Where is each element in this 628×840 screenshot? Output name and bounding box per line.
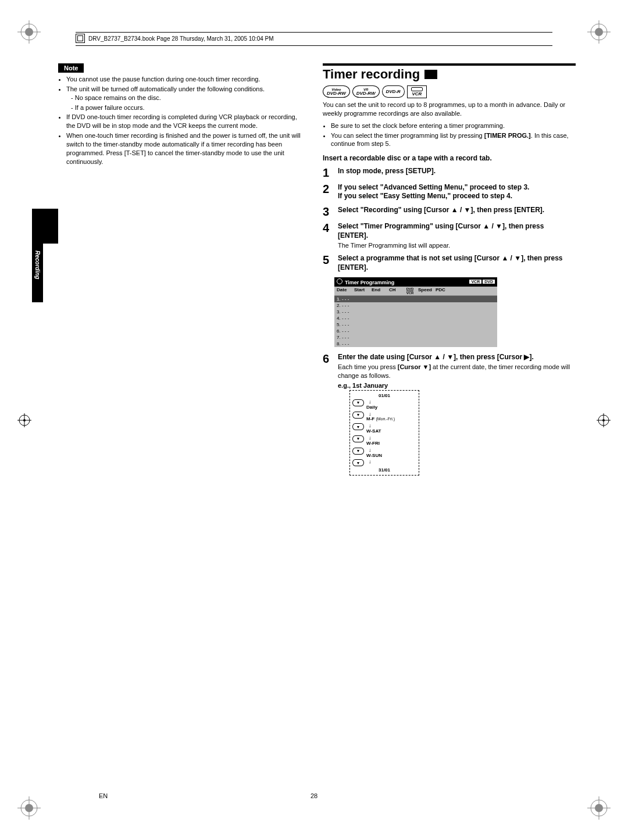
- step-text: If you select "Advanced Setting Menu," p…: [338, 183, 576, 192]
- step-text: In stop mode, press [SETUP].: [338, 167, 576, 176]
- tag-vcr: VCR: [469, 280, 481, 284]
- cursor-down-icon: ▼: [352, 435, 364, 442]
- step-number: 6: [323, 353, 333, 476]
- table-row: 6. - - -: [334, 328, 497, 334]
- note-sub-item: No space remains on the disc.: [71, 94, 305, 102]
- section-marker: [32, 209, 58, 244]
- tag-dvd: DVD: [483, 280, 495, 284]
- step-3: 3 Select "Recording" using [Cursor ▲ / ▼…: [323, 206, 576, 217]
- step-6: 6 Enter the date using [Cursor ▲ / ▼], t…: [323, 353, 576, 476]
- lang-code: EN: [99, 792, 108, 799]
- table-row: 2. - - -: [334, 302, 497, 309]
- preliminary-step: Insert a recordable disc or a tape with …: [323, 154, 576, 163]
- note-item: You cannot use the pause function during…: [66, 75, 305, 84]
- book-header-text: DRV_B2737_B2734.book Page 28 Thursday, M…: [88, 35, 274, 42]
- crop-mark-icon: [587, 20, 611, 44]
- step-number: 2: [323, 183, 333, 201]
- example-label: e.g., 1st January: [338, 382, 576, 389]
- intro-bullet: Be sure to set the clock before entering…: [331, 121, 576, 130]
- badge-dvdr: DVD-R: [382, 85, 405, 98]
- intro-text: You can set the unit to record up to 8 p…: [323, 101, 576, 118]
- timer-programming-screen: Timer Programming VCR DVD Date Start End…: [334, 277, 497, 347]
- badge-dvdrw-video: VideoDVD-RW: [323, 85, 350, 98]
- cursor-down-icon: ▼: [352, 459, 364, 466]
- step-text: Select "Timer Programming" using [Cursor…: [338, 222, 576, 240]
- badge-vcr: VCR: [407, 85, 427, 98]
- manual-page: DRV_B2737_B2734.book Page 28 Thursday, M…: [0, 0, 628, 840]
- table-row: 4. - - -: [334, 315, 497, 321]
- cursor-down-icon: ▼: [352, 423, 364, 430]
- book-icon: [76, 34, 85, 43]
- media-badges: VideoDVD-RW VRDVD-RW DVD-R VCR: [323, 85, 576, 98]
- cursor-down-icon: ▼: [352, 448, 364, 455]
- side-mark-icon: [17, 413, 31, 427]
- step-subtext: Each time you press [Cursor ▼] at the cu…: [338, 363, 576, 380]
- section-title: Timer recording: [323, 67, 420, 82]
- svg-point-19: [23, 419, 26, 421]
- cycle-start: 01/01: [352, 393, 416, 398]
- note-sub-item: If a power failure occurs.: [71, 103, 305, 112]
- cursor-down-icon: ▼: [352, 399, 364, 406]
- step-text: Select a programme that is not set using…: [338, 254, 576, 272]
- step-subtext: The Timer Programming list will appear.: [338, 241, 576, 249]
- crop-mark-icon: [587, 796, 611, 820]
- svg-point-23: [602, 419, 605, 421]
- side-mark-icon: [597, 413, 611, 427]
- step-number: 4: [323, 222, 333, 249]
- cycle-end: 31/01: [352, 467, 416, 473]
- section-title-marker-icon: [424, 70, 437, 79]
- step-number: 3: [323, 206, 333, 217]
- tape-icon: [411, 87, 423, 91]
- crop-mark-icon: [17, 796, 41, 820]
- note-bullets: You cannot use the pause function during…: [58, 75, 305, 166]
- step-4: 4 Select "Timer Programming" using [Curs…: [323, 222, 576, 249]
- page-footer: EN 28: [0, 792, 628, 799]
- side-tab-recording: Recording: [32, 244, 43, 302]
- note-item: When one-touch timer recording is finish…: [66, 131, 305, 166]
- left-column: Recording Note You cannot use the pause …: [52, 63, 305, 480]
- step-2: 2 If you select "Advanced Setting Menu,"…: [323, 183, 576, 201]
- intro-bullets: Be sure to set the clock before entering…: [323, 121, 576, 149]
- table-header: Date Start End CH DVDVCR Speed PDC: [334, 287, 497, 296]
- step-text: If you select "Easy Setting Menu," proce…: [338, 192, 576, 201]
- table-row: 3. - - -: [334, 309, 497, 315]
- note-label: Note: [58, 63, 84, 73]
- step-text: Select "Recording" using [Cursor ▲ / ▼],…: [338, 206, 576, 215]
- cursor-down-icon: ▼: [352, 412, 364, 419]
- badge-dvdrw-vr: VRDVD-RW: [352, 85, 380, 98]
- crop-mark-icon: [17, 20, 41, 44]
- note-item: The unit will be turned off automaticall…: [66, 85, 305, 112]
- step-number: 1: [323, 167, 333, 178]
- page-number: 28: [311, 792, 317, 799]
- step-5: 5 Select a programme that is not set usi…: [323, 254, 576, 272]
- clock-icon: [337, 278, 342, 284]
- book-header: DRV_B2737_B2734.book Page 28 Thursday, M…: [76, 32, 552, 46]
- screen-title: Timer Programming: [345, 280, 394, 285]
- step-number: 5: [323, 254, 333, 272]
- date-cycle-diagram: 01/01 ▼↓Daily ▼↓M-F (Mon.-Fri.) ▼↓W-SAT …: [349, 390, 419, 476]
- table-row: 5. - - -: [334, 321, 497, 328]
- step-1: 1 In stop mode, press [SETUP].: [323, 167, 576, 178]
- table-row: 1. - - -: [334, 296, 497, 302]
- right-column: Timer recording VideoDVD-RW VRDVD-RW DVD…: [323, 63, 576, 480]
- note-item: If DVD one-touch timer recording is comp…: [66, 113, 305, 130]
- note-sub-bullets: No space remains on the disc. If a power…: [66, 94, 305, 112]
- step-text: Enter the date using [Cursor ▲ / ▼], the…: [338, 353, 576, 362]
- intro-bullet: You can select the timer programming lis…: [331, 131, 576, 149]
- table-row: 8. - - -: [334, 341, 497, 347]
- table-row: 7. - - -: [334, 334, 497, 341]
